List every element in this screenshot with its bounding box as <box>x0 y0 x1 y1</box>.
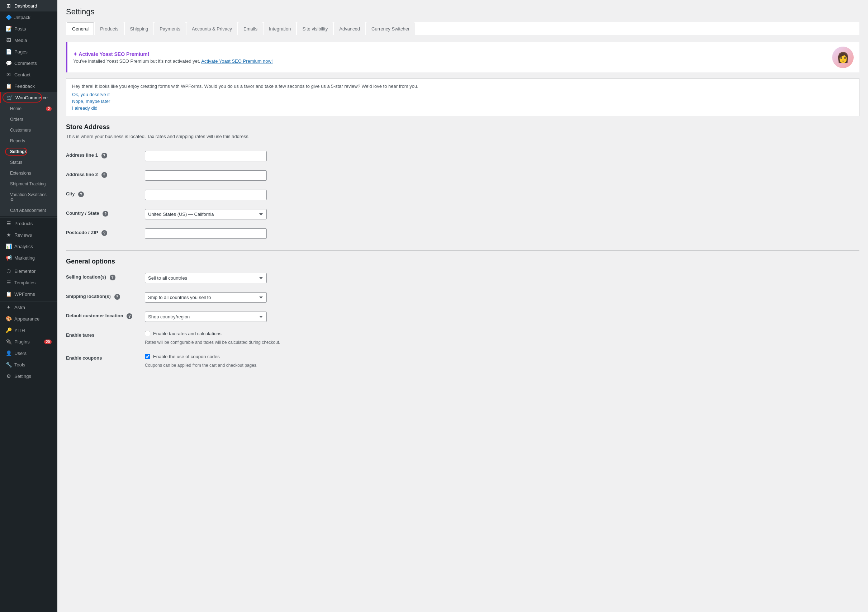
general-options-title: General options <box>66 258 859 265</box>
shipping-locations-select[interactable]: Ship to all countries you sell to Ship t… <box>145 292 267 302</box>
sidebar-item-label: WooCommerce <box>16 95 48 101</box>
sidebar-item-tools[interactable]: 🔧 Tools <box>0 359 57 370</box>
jetpack-icon: 🔷 <box>6 14 11 20</box>
sidebar-subitem-cart-abandonment[interactable]: Cart Abandonment <box>0 205 57 216</box>
tab-shipping[interactable]: Shipping <box>125 22 154 35</box>
woo-submenu: Home 2 Orders Customers Reports Settings… <box>0 103 57 216</box>
sidebar-item-settings[interactable]: ⚙ Settings <box>0 370 57 382</box>
sidebar-item-templates[interactable]: ☰ Templates <box>0 277 57 288</box>
dashboard-icon: ⊞ <box>6 3 11 9</box>
posts-icon: 📝 <box>6 26 11 31</box>
city-input[interactable] <box>145 190 267 200</box>
wpforms-link-ok[interactable]: Ok, you deserve it <box>72 92 853 97</box>
sidebar-item-label: Posts <box>14 26 26 31</box>
sidebar-subitem-customers[interactable]: Customers <box>0 125 57 136</box>
wpforms-notice-text: Hey there! It looks like you enjoy creat… <box>72 84 853 89</box>
sidebar-subitem-settings[interactable]: Settings <box>0 146 57 157</box>
country-help[interactable]: ? <box>102 211 108 217</box>
enable-taxes-checkbox[interactable] <box>145 331 150 336</box>
address2-help[interactable]: ? <box>101 172 107 178</box>
yoast-notice-image: 👩 <box>832 46 854 68</box>
tab-site-visibility[interactable]: Site visibility <box>297 22 333 35</box>
sidebar-item-label: Appearance <box>14 316 39 322</box>
sidebar-item-woocommerce[interactable]: 🛒 WooCommerce <box>0 92 57 103</box>
appearance-icon: 🎨 <box>6 316 11 322</box>
sidebar-item-reviews[interactable]: ★ Reviews <box>0 229 57 240</box>
sidebar-item-products[interactable]: ☰ Products <box>0 218 57 229</box>
address2-input[interactable] <box>145 170 267 181</box>
city-help[interactable]: ? <box>78 191 84 197</box>
sidebar-subitem-shipment-tracking[interactable]: Shipment Tracking <box>0 178 57 189</box>
sidebar-item-elementor[interactable]: ⬡ Elementor <box>0 265 57 277</box>
sidebar-item-appearance[interactable]: 🎨 Appearance <box>0 313 57 324</box>
country-select[interactable]: United States (US) — California <box>145 209 267 219</box>
enable-coupons-checkbox-label[interactable]: Enable the use of coupon codes <box>145 354 389 359</box>
sidebar-item-comments[interactable]: 💬 Comments <box>0 57 57 69</box>
selling-locations-select[interactable]: Sell to all countries Sell to specific c… <box>145 273 267 283</box>
sidebar-item-plugins[interactable]: 🔌 Plugins 20 <box>0 336 57 347</box>
main-content: Settings General Products Shipping Payme… <box>57 0 868 612</box>
address1-input[interactable] <box>145 151 267 161</box>
default-customer-location-label: Default customer location ? <box>66 307 145 327</box>
sidebar-item-feedback[interactable]: 📋 Feedback <box>0 80 57 92</box>
sidebar-subitem-reports[interactable]: Reports <box>0 136 57 146</box>
shipping-locations-label: Shipping location(s) ? <box>66 288 145 307</box>
store-address-title: Store Address <box>66 123 859 131</box>
tab-emails[interactable]: Emails <box>238 22 263 35</box>
elementor-icon: ⬡ <box>6 268 11 274</box>
tools-icon: 🔧 <box>6 362 11 367</box>
sidebar-subitem-status[interactable]: Status <box>0 157 57 168</box>
sidebar-item-marketing[interactable]: 📢 Marketing <box>0 252 57 263</box>
sidebar-subitem-variation-swatches[interactable]: Variation Swatches ⚙ <box>0 189 57 205</box>
tab-products[interactable]: Products <box>95 22 124 35</box>
pages-icon: 📄 <box>6 49 11 54</box>
enable-taxes-checkbox-label[interactable]: Enable tax rates and calculations <box>145 331 389 336</box>
comments-icon: 💬 <box>6 60 11 66</box>
sidebar-item-contact[interactable]: ✉ Contact <box>0 69 57 80</box>
tab-currency-switcher[interactable]: Currency Switcher <box>366 22 415 35</box>
sidebar-item-wpforms[interactable]: 📋 WPForms <box>0 288 57 300</box>
users-icon: 👤 <box>6 350 11 356</box>
enable-coupons-field: Enable the use of coupon codes Coupons c… <box>145 354 389 368</box>
tab-advanced[interactable]: Advanced <box>334 22 365 35</box>
sidebar-item-label: YITH <box>14 328 25 333</box>
postcode-help[interactable]: ? <box>101 230 107 236</box>
shipping-locations-help[interactable]: ? <box>115 294 120 300</box>
sidebar-item-label: Pages <box>14 49 28 54</box>
sidebar-item-jetpack[interactable]: 🔷 Jetpack <box>0 11 57 23</box>
sidebar-subitem-extensions[interactable]: Extensions <box>0 168 57 178</box>
table-row: Address line 1 ? <box>66 147 389 166</box>
tab-payments[interactable]: Payments <box>154 22 186 35</box>
yoast-notice-content: ✦ Activate Yoast SEO Premium! You've ins… <box>73 51 273 64</box>
sidebar-item-label: Marketing <box>14 255 35 261</box>
wpforms-link-did[interactable]: I already did <box>72 105 853 111</box>
enable-coupons-desc: Coupons can be applied from the cart and… <box>145 363 389 368</box>
table-row: Enable taxes Enable tax rates and calcul… <box>66 327 389 350</box>
sidebar-item-dashboard[interactable]: ⊞ Dashboard <box>0 0 57 11</box>
sidebar-item-users[interactable]: 👤 Users <box>0 347 57 359</box>
sidebar-subitem-orders[interactable]: Orders <box>0 114 57 125</box>
tab-integration[interactable]: Integration <box>264 22 296 35</box>
address1-help[interactable]: ? <box>101 153 107 158</box>
selling-locations-help[interactable]: ? <box>110 275 115 280</box>
sidebar-item-yith[interactable]: 🔑 YITH <box>0 324 57 336</box>
sidebar-item-label: Products <box>14 221 33 226</box>
wpforms-link-later[interactable]: Nope, maybe later <box>72 99 853 104</box>
default-customer-location-select[interactable]: No location by default Shop country/regi… <box>145 311 267 322</box>
woocommerce-icon: 🛒 <box>7 95 12 101</box>
sidebar-item-astra[interactable]: ✦ Astra <box>0 302 57 313</box>
sidebar-item-pages[interactable]: 📄 Pages <box>0 46 57 57</box>
default-customer-location-help[interactable]: ? <box>127 313 132 319</box>
postcode-input[interactable] <box>145 228 267 239</box>
sidebar-subitem-home[interactable]: Home 2 <box>0 103 57 114</box>
sidebar-item-label: Media <box>14 38 27 43</box>
sidebar-item-posts[interactable]: 📝 Posts <box>0 23 57 34</box>
enable-coupons-checkbox[interactable] <box>145 354 150 359</box>
yith-icon: 🔑 <box>6 327 11 333</box>
yoast-notice-text: You've installed Yoast SEO Premium but i… <box>73 59 273 64</box>
yoast-activate-link[interactable]: Activate Yoast SEO Premium now! <box>201 59 273 64</box>
tab-general[interactable]: General <box>67 22 94 35</box>
sidebar-item-media[interactable]: 🖼 Media <box>0 34 57 46</box>
tab-accounts-privacy[interactable]: Accounts & Privacy <box>186 22 237 35</box>
sidebar-item-analytics[interactable]: 📊 Analytics <box>0 240 57 252</box>
